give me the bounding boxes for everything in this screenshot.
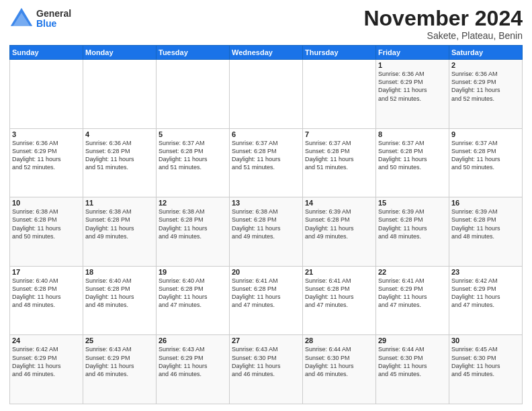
calendar-day-cell: 7Sunrise: 6:37 AM Sunset: 6:28 PM Daylig… [303,128,376,197]
day-info: Sunrise: 6:40 AM Sunset: 6:28 PM Dayligh… [12,277,81,310]
day-info: Sunrise: 6:37 AM Sunset: 6:28 PM Dayligh… [159,139,227,172]
day-number: 4 [85,130,154,138]
day-number: 10 [12,199,81,207]
logo: General Blue [9,7,71,31]
day-number: 2 [451,61,520,69]
day-number: 14 [305,199,373,207]
day-info: Sunrise: 6:39 AM Sunset: 6:28 PM Dayligh… [451,208,520,240]
calendar-day-cell: 24Sunrise: 6:42 AM Sunset: 6:29 PM Dayli… [10,335,83,404]
calendar-day-cell: 26Sunrise: 6:43 AM Sunset: 6:29 PM Dayli… [157,335,230,404]
day-info: Sunrise: 6:37 AM Sunset: 6:28 PM Dayligh… [378,139,447,172]
day-info: Sunrise: 6:39 AM Sunset: 6:28 PM Dayligh… [378,208,447,240]
logo-icon [9,7,34,31]
day-number: 15 [378,199,447,207]
calendar-day-cell: 10Sunrise: 6:38 AM Sunset: 6:28 PM Dayli… [10,197,83,267]
day-number: 29 [378,336,447,345]
calendar-week-row: 24Sunrise: 6:42 AM Sunset: 6:29 PM Dayli… [10,335,523,404]
calendar-day-cell: 27Sunrise: 6:43 AM Sunset: 6:30 PM Dayli… [230,335,303,404]
day-number: 6 [232,130,300,138]
day-number: 11 [85,199,154,207]
calendar-day-cell: 14Sunrise: 6:39 AM Sunset: 6:28 PM Dayli… [303,197,376,267]
month-title: November 2024 [363,7,523,30]
title-block: November 2024 Sakete, Plateau, Benin [363,7,523,41]
day-info: Sunrise: 6:37 AM Sunset: 6:28 PM Dayligh… [451,139,520,172]
header-row: SundayMondayTuesdayWednesdayThursdayFrid… [10,46,523,60]
day-info: Sunrise: 6:37 AM Sunset: 6:28 PM Dayligh… [305,139,373,172]
day-info: Sunrise: 6:45 AM Sunset: 6:30 PM Dayligh… [451,345,520,378]
calendar-day-cell: 22Sunrise: 6:41 AM Sunset: 6:29 PM Dayli… [376,266,449,335]
calendar-day-cell: 2Sunrise: 6:36 AM Sunset: 6:29 PM Daylig… [449,60,523,129]
calendar-day-cell: 20Sunrise: 6:41 AM Sunset: 6:28 PM Dayli… [230,266,303,335]
day-info: Sunrise: 6:38 AM Sunset: 6:28 PM Dayligh… [159,208,227,240]
day-info: Sunrise: 6:38 AM Sunset: 6:28 PM Dayligh… [232,208,300,240]
calendar-day-cell: 12Sunrise: 6:38 AM Sunset: 6:28 PM Dayli… [157,197,230,267]
calendar-week-row: 1Sunrise: 6:36 AM Sunset: 6:29 PM Daylig… [10,60,523,129]
day-number: 7 [305,130,373,138]
calendar-day-cell [10,60,83,129]
day-number: 18 [85,268,154,276]
calendar-day-cell: 5Sunrise: 6:37 AM Sunset: 6:28 PM Daylig… [157,128,230,197]
day-info: Sunrise: 6:36 AM Sunset: 6:29 PM Dayligh… [12,139,81,172]
calendar-day-cell: 16Sunrise: 6:39 AM Sunset: 6:28 PM Dayli… [449,197,523,267]
calendar-day-cell: 8Sunrise: 6:37 AM Sunset: 6:28 PM Daylig… [376,128,449,197]
day-info: Sunrise: 6:42 AM Sunset: 6:29 PM Dayligh… [12,345,81,378]
calendar-day-cell [303,60,376,129]
day-number: 5 [159,130,227,138]
calendar-day-cell: 6Sunrise: 6:37 AM Sunset: 6:28 PM Daylig… [230,128,303,197]
header-day: Wednesday [230,46,303,60]
logo-text: General Blue [36,9,71,30]
day-number: 19 [159,268,227,276]
day-info: Sunrise: 6:43 AM Sunset: 6:30 PM Dayligh… [232,345,300,378]
day-number: 8 [378,130,447,138]
subtitle: Sakete, Plateau, Benin [363,30,523,41]
day-number: 9 [451,130,520,138]
day-number: 13 [232,199,300,207]
header-day: Saturday [449,46,523,60]
day-info: Sunrise: 6:40 AM Sunset: 6:28 PM Dayligh… [159,277,227,310]
header-day: Tuesday [157,46,230,60]
day-number: 20 [232,268,300,276]
day-number: 3 [12,130,81,138]
calendar-day-cell [157,60,230,129]
day-info: Sunrise: 6:40 AM Sunset: 6:28 PM Dayligh… [85,277,154,310]
calendar-day-cell: 15Sunrise: 6:39 AM Sunset: 6:28 PM Dayli… [376,197,449,267]
day-info: Sunrise: 6:39 AM Sunset: 6:28 PM Dayligh… [305,208,373,240]
day-number: 17 [12,268,81,276]
calendar-day-cell: 4Sunrise: 6:36 AM Sunset: 6:28 PM Daylig… [83,128,157,197]
calendar-week-row: 17Sunrise: 6:40 AM Sunset: 6:28 PM Dayli… [10,266,523,335]
calendar-day-cell: 1Sunrise: 6:36 AM Sunset: 6:29 PM Daylig… [376,60,449,129]
day-info: Sunrise: 6:38 AM Sunset: 6:28 PM Dayligh… [85,208,154,240]
day-number: 26 [159,336,227,345]
calendar-day-cell: 28Sunrise: 6:44 AM Sunset: 6:30 PM Dayli… [303,335,376,404]
calendar-day-cell: 29Sunrise: 6:44 AM Sunset: 6:30 PM Dayli… [376,335,449,404]
day-info: Sunrise: 6:36 AM Sunset: 6:29 PM Dayligh… [378,70,447,103]
calendar-day-cell: 11Sunrise: 6:38 AM Sunset: 6:28 PM Dayli… [83,197,157,267]
calendar-table: SundayMondayTuesdayWednesdayThursdayFrid… [9,45,523,404]
day-info: Sunrise: 6:43 AM Sunset: 6:29 PM Dayligh… [85,345,154,378]
calendar-week-row: 10Sunrise: 6:38 AM Sunset: 6:28 PM Dayli… [10,197,523,267]
day-number: 21 [305,268,373,276]
logo-blue: Blue [36,19,71,29]
day-number: 22 [378,268,447,276]
calendar-header: SundayMondayTuesdayWednesdayThursdayFrid… [10,46,523,60]
calendar-day-cell: 30Sunrise: 6:45 AM Sunset: 6:30 PM Dayli… [449,335,523,404]
calendar-day-cell: 13Sunrise: 6:38 AM Sunset: 6:28 PM Dayli… [230,197,303,267]
page: General Blue November 2024 Sakete, Plate… [0,0,532,411]
calendar-day-cell: 21Sunrise: 6:41 AM Sunset: 6:28 PM Dayli… [303,266,376,335]
header: General Blue November 2024 Sakete, Plate… [9,7,523,41]
calendar-day-cell: 23Sunrise: 6:42 AM Sunset: 6:29 PM Dayli… [449,266,523,335]
header-day: Thursday [303,46,376,60]
day-info: Sunrise: 6:44 AM Sunset: 6:30 PM Dayligh… [305,345,373,378]
calendar-day-cell [230,60,303,129]
day-info: Sunrise: 6:43 AM Sunset: 6:29 PM Dayligh… [159,345,227,378]
day-info: Sunrise: 6:41 AM Sunset: 6:29 PM Dayligh… [378,277,447,310]
day-number: 28 [305,336,373,345]
day-number: 1 [378,61,447,69]
calendar-day-cell: 3Sunrise: 6:36 AM Sunset: 6:29 PM Daylig… [10,128,83,197]
day-info: Sunrise: 6:36 AM Sunset: 6:28 PM Dayligh… [85,139,154,172]
calendar-day-cell: 25Sunrise: 6:43 AM Sunset: 6:29 PM Dayli… [83,335,157,404]
calendar-day-cell [83,60,157,129]
day-info: Sunrise: 6:37 AM Sunset: 6:28 PM Dayligh… [232,139,300,172]
calendar-week-row: 3Sunrise: 6:36 AM Sunset: 6:29 PM Daylig… [10,128,523,197]
calendar-body: 1Sunrise: 6:36 AM Sunset: 6:29 PM Daylig… [10,60,523,404]
